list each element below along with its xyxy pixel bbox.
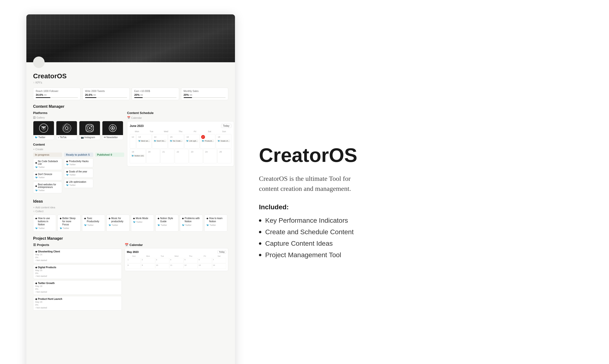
brand-title: CreatorOS xyxy=(259,144,580,166)
proj-cal-day-wed: Wed xyxy=(169,255,183,257)
kanban-item-tag: 🐦Twitter xyxy=(35,166,60,168)
idea-card-5[interactable]: ◆Notion Style Guide 🐦Twitter xyxy=(155,215,178,232)
kpi-card-3[interactable]: Earn +10.000$ 20% — xyxy=(132,88,179,100)
platform-card-instagram[interactable]: 📷 Instagram xyxy=(79,121,100,140)
proj-cal-day-headers: Sun Mon Tue Wed Thu Fri Sat xyxy=(127,255,226,257)
kanban-item-tag: 🐦Twitter xyxy=(66,184,91,186)
cal-cell-14[interactable]: 14 🐦Don't Sn... xyxy=(152,134,167,148)
feature-item-0: Key Performance Indicators xyxy=(259,217,580,224)
schedule-col: Content Schedule 📅 Calendar June 2023 To… xyxy=(127,111,234,195)
calendar-month: June 2023 xyxy=(130,124,144,128)
cal-date-18: 18 xyxy=(217,135,221,139)
cal-day-thu: Thu xyxy=(173,130,188,133)
proj-cal-day-mon: Mon xyxy=(141,255,155,257)
idea-card-2[interactable]: ◆Toxic Productivity 🐦Twitter xyxy=(82,215,105,232)
platforms-view-label: 🖼 Gallery xyxy=(33,116,124,119)
platform-gallery: 🐦 Twitter xyxy=(33,121,124,140)
platform-card-twitter[interactable]: 🐦 Twitter xyxy=(33,121,54,140)
proj-cal-cell[interactable]: 13 xyxy=(198,263,212,269)
cal-cell-19[interactable]: 19 🐦Notion 101 xyxy=(130,149,146,163)
projects-col: ☰ Projects ◆Ghostwriting Client May 15 0… xyxy=(33,243,122,312)
proj-cal-cell[interactable]: 4 xyxy=(169,258,183,263)
projects-label: ☰ Projects xyxy=(33,243,122,247)
cal-cell-17[interactable]: 17 🐦Producti... xyxy=(200,134,215,148)
proj-cal-day-sat: Sat xyxy=(212,255,226,257)
cal-cell-25[interactable]: 25 xyxy=(218,149,231,163)
proj-item-2[interactable]: ◆Twitter Growth May 28 0% ›Not started xyxy=(33,280,122,295)
platform-card-newsletter[interactable]: ✉ Newsletter xyxy=(102,121,123,140)
proj-item-0[interactable]: ◆Ghostwriting Client May 15 0% ›Not star… xyxy=(33,248,122,263)
proj-cal-cell[interactable]: 9 xyxy=(141,263,155,269)
kanban-item[interactable]: ◆Productivity Hacks 🐦Twitter xyxy=(64,158,93,167)
proj-cal-week-1: 1 2 3 4 5 6 7 xyxy=(127,258,226,263)
bullet-icon-3 xyxy=(259,254,261,256)
idea-card-4[interactable]: ◆Monk Mode 🐦Twitter xyxy=(131,215,154,232)
idea-card-1[interactable]: ◆Better Sleep for more Focus 🐦Twitter xyxy=(57,215,81,232)
kanban-item[interactable]: ◆Best websites for entrepreneurs 🐦Twitte… xyxy=(33,182,62,193)
kpi-card-2[interactable]: Write 2000 Tweets 26.6% — xyxy=(83,88,130,100)
proj-cal-cell[interactable]: 12 xyxy=(184,263,198,269)
today-button[interactable]: Today xyxy=(221,124,231,128)
kpi-card-1[interactable]: Reach 1000 Follower 34.6% — xyxy=(33,88,81,100)
content-section: Content + Create In progress xyxy=(33,143,124,195)
proj-cal-cell[interactable]: 2 xyxy=(141,258,155,263)
kanban-item[interactable]: ◆Goals of the year 🐦Twitter xyxy=(64,169,93,178)
cal-date-14: 14 xyxy=(153,135,157,139)
platforms-title: Platforms xyxy=(33,111,124,115)
proj-cal-cell[interactable]: 1 xyxy=(127,258,141,263)
svg-point-5 xyxy=(62,124,71,132)
create-btn[interactable]: + Create xyxy=(33,148,124,151)
proj-cal-cell[interactable]: 11 xyxy=(169,263,183,269)
brand-description: CreatorOS is the ultimate Tool for conte… xyxy=(259,174,398,194)
platforms-content-col: Platforms 🖼 Gallery xyxy=(33,111,124,195)
content-manager: Content Manager Platforms 🖼 Gallery xyxy=(33,104,228,195)
svg-point-2 xyxy=(43,127,45,129)
cal-date-24: 24 xyxy=(205,150,208,154)
cal-cell-20[interactable]: 20 xyxy=(146,149,160,163)
idea-card-0[interactable]: ◆How to use buttons in Notion 🐦Twitter xyxy=(33,215,56,232)
cal-event: 🐦Best we... xyxy=(138,140,150,142)
add-idea-button[interactable]: + Add content idea xyxy=(33,206,228,209)
proj-cal-cell[interactable]: 3 xyxy=(155,258,169,263)
idea-card-6[interactable]: ◆Problems with Notion 🐦Twitter xyxy=(180,215,203,232)
schedule-title: Content Schedule xyxy=(127,111,234,115)
idea-card-3[interactable]: ◆Music for productivity 🐦Twitter xyxy=(107,215,129,232)
cal-cell-22[interactable]: 22 xyxy=(175,149,188,163)
cal-day-headers: Mon Tue Wed Thu Fri Sat Sun xyxy=(130,130,231,133)
cal-cell-15[interactable]: 15 🐦No Code... xyxy=(168,134,184,148)
proj-cal-cell[interactable]: 7 xyxy=(212,258,226,263)
kanban-col-in-progress: In progress ◆No Code Substack List 🐦Twit… xyxy=(33,153,62,195)
proj-cal-cell[interactable]: 10 xyxy=(155,263,169,269)
cal-date-19: 19 xyxy=(131,150,135,154)
proj-cal-week-2: 8 9 10 11 12 13 14 xyxy=(127,263,226,269)
ideas-title: Ideas xyxy=(33,199,228,204)
platform-name-tiktok: ♪ TikTok xyxy=(56,135,77,140)
cal-cell-23[interactable]: 23 xyxy=(189,149,203,163)
proj-cal-cell[interactable]: 6 xyxy=(198,258,212,263)
platform-card-tiktok[interactable]: ♪ TikTok xyxy=(56,121,77,140)
kanban-item[interactable]: ◆Life optimization 🐦Twitter xyxy=(64,179,93,188)
idea-card-7[interactable]: ◆How to learn Notion 🐦Twitter xyxy=(204,215,227,232)
proj-item-3[interactable]: ◆Product Hunt Launch May 29 0% ›Not star… xyxy=(33,296,122,311)
cal-cell-12[interactable]: 12 xyxy=(130,134,136,148)
kanban-item[interactable]: ◆Don't Snooze 🐦Twitter xyxy=(33,171,62,180)
cal-cell-21[interactable]: 21 xyxy=(160,149,174,163)
cal-cell-18[interactable]: 18 🐦Goals of... xyxy=(216,134,231,148)
cal-date-15: 15 xyxy=(169,135,173,139)
kpi-card-4[interactable]: Monthly Sales 20% — xyxy=(181,88,228,100)
cal-cell-16[interactable]: 16 🐦Life opti... xyxy=(184,134,199,148)
cal-cell-13[interactable]: 13 🐦Best we... xyxy=(137,134,152,148)
proj-cal-cell[interactable]: 14 xyxy=(212,263,226,269)
cal-date-12: 12 xyxy=(131,135,135,139)
cal-event: 🐦Producti... xyxy=(201,140,214,142)
proj-cal-cell[interactable]: 5 xyxy=(184,258,198,263)
kanban-item[interactable]: ◆No Code Substack List 🐦Twitter xyxy=(33,158,62,170)
cal-cell-24[interactable]: 24 xyxy=(203,149,217,163)
cal-week-2: 19 🐦Notion 101 20 21 22 xyxy=(130,149,231,163)
proj-cal-cell[interactable]: 8 xyxy=(127,263,141,269)
kpi-link[interactable]: ↑ KPI's xyxy=(33,81,228,84)
proj-name-3: ◆Product Hunt Launch xyxy=(35,298,120,300)
kpi-card-2-num: 26.6% — xyxy=(85,93,127,96)
proj-cal-today-btn[interactable]: Today xyxy=(218,250,226,254)
proj-item-1[interactable]: ◆Digital Products May 25 0% ›Not started xyxy=(33,264,122,279)
